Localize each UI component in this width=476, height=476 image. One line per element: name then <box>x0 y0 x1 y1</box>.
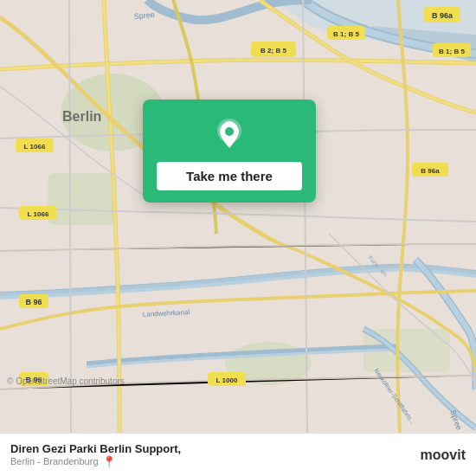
svg-text:L 1066: L 1066 <box>24 143 46 151</box>
region-pin-icon: 📍 <box>102 455 116 468</box>
svg-text:L 1066: L 1066 <box>28 210 49 218</box>
region-text: Berlin - Brandenburg <box>10 456 99 466</box>
place-name: Diren Gezi Parki Berlin Support, <box>10 442 181 455</box>
place-info: Diren Gezi Parki Berlin Support, Berlin … <box>10 442 181 468</box>
place-region: Berlin - Brandenburg 📍 <box>10 455 181 468</box>
svg-text:B 1; B 5: B 1; B 5 <box>333 30 359 38</box>
svg-text:B 1; B 5: B 1; B 5 <box>439 48 465 55</box>
take-me-there-button[interactable]: Take me there <box>157 162 302 190</box>
svg-text:L 1000: L 1000 <box>216 376 238 384</box>
svg-text:B 96a: B 96a <box>421 167 440 175</box>
svg-point-34 <box>225 127 234 136</box>
moovit-logo-text: moovit <box>421 447 466 463</box>
map-container: B 96a B 2; B 5 B 1; B 5 B 1; B 5 L 1066 … <box>0 0 476 433</box>
svg-text:Berlin: Berlin <box>62 109 101 124</box>
cta-card: Take me there <box>143 100 316 203</box>
svg-text:B 2; B 5: B 2; B 5 <box>261 47 286 55</box>
bottom-bar: Diren Gezi Parki Berlin Support, Berlin … <box>0 433 476 476</box>
svg-text:B 96: B 96 <box>25 298 42 306</box>
moovit-logo: moovit <box>421 447 466 463</box>
map-background: B 96a B 2; B 5 B 1; B 5 B 1; B 5 L 1066 … <box>0 0 476 433</box>
svg-text:Spree: Spree <box>133 10 155 21</box>
svg-rect-2 <box>48 173 117 225</box>
svg-text:B 96a: B 96a <box>432 11 453 20</box>
location-pin-icon <box>210 115 248 153</box>
copyright-text: © OpenStreetMap contributors <box>7 376 125 386</box>
